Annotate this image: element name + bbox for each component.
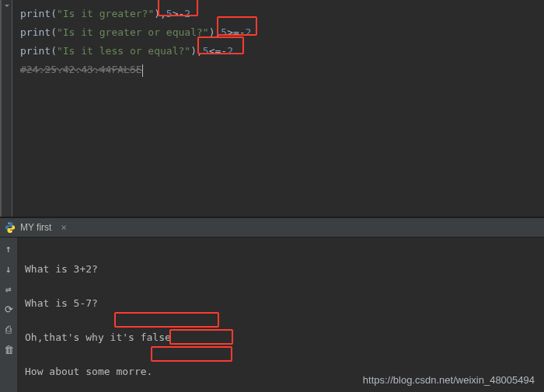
trash-icon[interactable]: 🗑 bbox=[2, 343, 15, 356]
op-token: >=- bbox=[227, 26, 245, 38]
num-token: 2 bbox=[246, 26, 252, 38]
console-line: Oh,that's why it's false. bbox=[25, 329, 536, 346]
run-tab-title[interactable]: MY first bbox=[20, 222, 51, 233]
string-token: Is it greater? bbox=[63, 8, 148, 19]
num-token: 5 bbox=[203, 45, 209, 57]
editor-gutter bbox=[0, 0, 12, 217]
run-toolbar: ↑ ↓ ⇌ ⟳ ⎙ 🗑 bbox=[0, 238, 17, 392]
arrow-down-icon[interactable]: ↓ bbox=[2, 262, 15, 275]
close-icon[interactable]: × bbox=[61, 222, 66, 233]
console-output[interactable]: What is 3+2? What is 5-7? Oh,that's why … bbox=[17, 238, 544, 392]
python-icon bbox=[5, 222, 16, 233]
reload-icon[interactable]: ⟳ bbox=[2, 303, 15, 315]
string-token: Is it less or equal? bbox=[63, 45, 185, 57]
svg-point-1 bbox=[11, 231, 12, 232]
print-icon[interactable]: ⎙ bbox=[2, 323, 15, 335]
console-line: What is 5-7? bbox=[25, 295, 536, 312]
op-token: <=- bbox=[209, 45, 227, 57]
num-token: 2 bbox=[227, 45, 233, 57]
watermark-text: https://blog.csdn.net/weixin_48005494 bbox=[363, 372, 535, 389]
code-line[interactable]: print("Is it greater or equal?"),5>=-2 bbox=[20, 23, 536, 42]
console-line: What is 3+2? bbox=[25, 261, 536, 278]
comment-token: #24.25.42.43.44FALSE bbox=[20, 64, 142, 75]
code-area[interactable]: print("Is it greater?"),5>-2 print("Is i… bbox=[12, 0, 544, 217]
output-pane: ↑ ↓ ⇌ ⟳ ⎙ 🗑 What is 3+2? What is 5-7? Oh… bbox=[0, 238, 544, 392]
highlight-box bbox=[151, 346, 232, 362]
fold-arrow-icon[interactable] bbox=[5, 5, 9, 7]
op-token: >- bbox=[173, 8, 185, 19]
num-token: 5 bbox=[221, 26, 227, 38]
fn-token: print bbox=[20, 45, 51, 57]
svg-point-0 bbox=[9, 223, 9, 224]
num-token: 2 bbox=[184, 8, 190, 19]
string-token: Is it greater or equal? bbox=[63, 26, 203, 38]
fn-token: print bbox=[20, 26, 51, 38]
code-line[interactable]: print("Is it less or equal?"),5<=-2 bbox=[20, 42, 536, 61]
arrow-up-icon[interactable]: ↑ bbox=[2, 242, 15, 255]
highlight-box bbox=[114, 312, 219, 328]
code-line[interactable]: #24.25.42.43.44FALSE bbox=[20, 61, 536, 79]
fn-token: print bbox=[20, 8, 51, 19]
wrap-icon[interactable]: ⇌ bbox=[2, 283, 15, 295]
num-token: 5 bbox=[166, 8, 173, 19]
editor-pane: print("Is it greater?"),5>-2 print("Is i… bbox=[0, 0, 544, 217]
code-line[interactable]: print("Is it greater?"),5>-2 bbox=[20, 5, 536, 23]
run-tool-header: MY first × bbox=[0, 217, 544, 238]
